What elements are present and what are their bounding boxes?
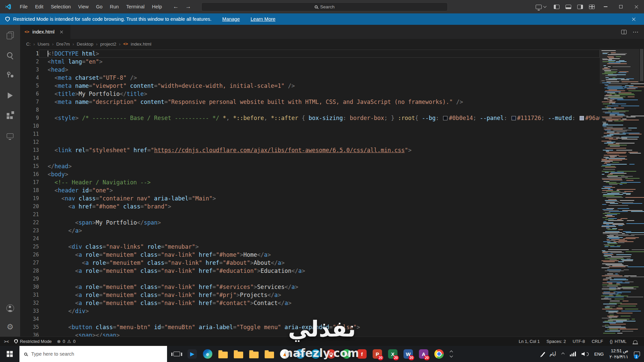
- editor[interactable]: 1<!DOCTYPE html>2<html lang="en">3<head>…: [20, 49, 644, 337]
- line-content[interactable]: <button class="menu-btn" id="menuBtn" ar…: [39, 323, 600, 331]
- folder-icon[interactable]: [246, 346, 262, 362]
- line-number[interactable]: 17: [20, 178, 39, 186]
- menu-run[interactable]: Run: [106, 0, 123, 13]
- toggle-secondary-sidebar-icon[interactable]: [577, 5, 583, 9]
- folder-icon[interactable]: [231, 346, 246, 362]
- learn-more-link[interactable]: Learn More: [251, 16, 275, 22]
- line-number[interactable]: 18: [20, 186, 39, 194]
- code-line[interactable]: 10: [20, 122, 600, 130]
- task-view-icon[interactable]: [169, 346, 184, 362]
- code-line[interactable]: 32 <a role="menuitem" class="nav-link" h…: [20, 299, 600, 307]
- code-line[interactable]: 16<body>: [20, 170, 600, 178]
- code-line[interactable]: 27 <a role="menuitem" class="nav-link" h…: [20, 259, 600, 267]
- office-word-icon[interactable]: W20: [400, 346, 416, 362]
- encoding[interactable]: UTF-8: [573, 339, 585, 344]
- tab-close-icon[interactable]: [60, 30, 63, 34]
- code-line[interactable]: 8: [20, 106, 600, 114]
- line-content[interactable]: <head>: [39, 66, 600, 74]
- code-line[interactable]: 1<!DOCTYPE html>: [20, 50, 600, 58]
- line-number[interactable]: 29: [20, 275, 39, 283]
- line-number[interactable]: 12: [20, 138, 39, 146]
- office-powerpoint-icon[interactable]: P20: [370, 346, 385, 362]
- network-icon[interactable]: [570, 352, 576, 356]
- line-number[interactable]: 35: [20, 323, 39, 331]
- menu-help[interactable]: Help: [148, 0, 166, 13]
- tab-index-html[interactable]: <> index.html: [20, 25, 70, 39]
- code-line[interactable]: 21: [20, 210, 600, 219]
- line-number[interactable]: 22: [20, 219, 39, 227]
- code-line[interactable]: 7 <meta name="description" content="Resp…: [20, 98, 600, 106]
- menu-file[interactable]: File: [16, 0, 31, 13]
- code-line[interactable]: 18 <header id="one">: [20, 186, 600, 194]
- line-content[interactable]: <a role="menuitem" class="nav-link" href…: [39, 267, 600, 275]
- split-editor-icon[interactable]: [621, 30, 627, 34]
- editor-scrollbar[interactable]: [639, 49, 644, 337]
- close-window-button[interactable]: [629, 0, 644, 13]
- line-number[interactable]: 13: [20, 146, 39, 154]
- line-content[interactable]: <link rel="stylesheet" href="https://cdn…: [39, 146, 600, 154]
- line-number[interactable]: 15: [20, 162, 39, 170]
- line-number[interactable]: 6: [20, 90, 39, 98]
- line-number[interactable]: 26: [20, 251, 39, 259]
- line-number[interactable]: 8: [20, 106, 39, 114]
- code-line[interactable]: 34: [20, 315, 600, 323]
- code-line[interactable]: 3<head>: [20, 66, 600, 74]
- eol-sequence[interactable]: CRLF: [592, 339, 603, 344]
- clock[interactable]: 12:51 ص ٢٠٢٥/٣/١١: [609, 348, 628, 360]
- line-content[interactable]: <title>My Portfolio</title>: [39, 90, 600, 98]
- opera-icon[interactable]: O: [323, 346, 339, 362]
- code-line[interactable]: 14: [20, 154, 600, 162]
- widget-label[interactable]: أيام: [549, 352, 556, 357]
- account-icon[interactable]: [5, 303, 15, 313]
- code-line[interactable]: 6 <title>My Portfolio</title>: [20, 90, 600, 98]
- code-line[interactable]: 19 <nav class="container nav" aria-label…: [20, 194, 600, 202]
- breadcrumb-item[interactable]: Users: [38, 42, 49, 47]
- toggle-sidebar-icon[interactable]: [554, 5, 559, 9]
- code-line[interactable]: 26 <a role="menuitem" class="nav-link" h…: [20, 251, 600, 259]
- search-input[interactable]: Search: [201, 2, 448, 11]
- code-line[interactable]: 9 <style> /* ---------- Base / Reset ---…: [20, 114, 600, 122]
- code-line[interactable]: 23 </a>: [20, 227, 600, 235]
- line-number[interactable]: 36: [20, 331, 39, 337]
- line-number[interactable]: 11: [20, 130, 39, 138]
- office-excel-icon[interactable]: X20: [385, 346, 400, 362]
- chevron-down-icon[interactable]: [543, 5, 547, 8]
- show-hidden-icons[interactable]: [561, 352, 565, 356]
- code-line[interactable]: 29: [20, 275, 600, 283]
- line-number[interactable]: 16: [20, 170, 39, 178]
- line-content[interactable]: [39, 315, 600, 323]
- line-number[interactable]: 4: [20, 74, 39, 82]
- more-actions-icon[interactable]: ⋯: [633, 28, 639, 36]
- menu-go[interactable]: Go: [92, 0, 106, 13]
- menu-view[interactable]: View: [74, 0, 92, 13]
- maximize-button[interactable]: [613, 0, 629, 13]
- monitor-dropdown-icon[interactable]: [536, 5, 542, 9]
- line-content[interactable]: [39, 154, 600, 162]
- code-lines[interactable]: 1<!DOCTYPE html>2<html lang="en">3<head>…: [20, 50, 600, 337]
- breadcrumb-item[interactable]: index.html: [131, 42, 152, 47]
- line-content[interactable]: <style> /* ---------- Base / Reset -----…: [39, 114, 600, 122]
- line-content[interactable]: [39, 138, 600, 146]
- volume-icon[interactable]: [582, 352, 589, 356]
- line-number[interactable]: 30: [20, 283, 39, 291]
- line-content[interactable]: <!DOCTYPE html>: [39, 50, 600, 58]
- chrome-icon[interactable]: [431, 346, 447, 362]
- minimize-button[interactable]: [598, 0, 613, 13]
- code-line[interactable]: 25 <div class="nav-links" role="menubar"…: [20, 243, 600, 251]
- line-content[interactable]: <span>My Portfolio</span>: [39, 219, 600, 227]
- explorer-icon[interactable]: [5, 30, 15, 40]
- code-line[interactable]: 20 <a href="#home" class="brand">: [20, 202, 600, 210]
- line-content[interactable]: [39, 235, 600, 243]
- line-content[interactable]: <span></span>: [39, 331, 600, 337]
- code-line[interactable]: 24: [20, 235, 600, 243]
- code-line[interactable]: 36 <span></span>: [20, 331, 600, 337]
- vlc-icon[interactable]: ▲: [277, 346, 292, 362]
- back-icon[interactable]: ←: [173, 3, 179, 10]
- taskbar-overflow[interactable]: [450, 351, 452, 357]
- line-content[interactable]: [39, 210, 600, 219]
- line-number[interactable]: 10: [20, 122, 39, 130]
- problems-status[interactable]: ⊗ 0 ⚠ 0: [57, 339, 75, 344]
- whatsapp-icon[interactable]: W: [339, 346, 354, 362]
- run-debug-icon[interactable]: [5, 90, 15, 101]
- cursor-position[interactable]: Ln 1, Col 1: [519, 339, 540, 344]
